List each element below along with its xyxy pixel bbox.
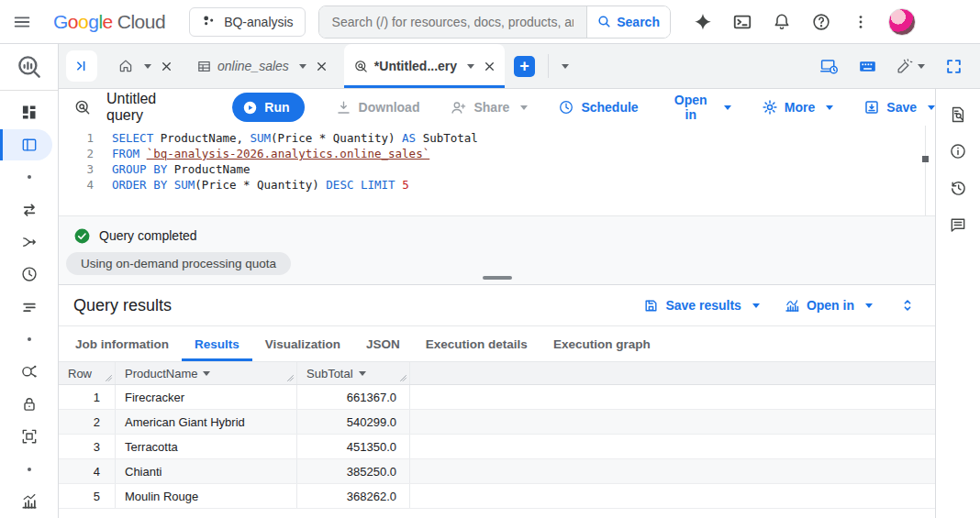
- table-row: 4 Chianti 385250.0: [59, 459, 935, 484]
- tab-visualization[interactable]: Visualization: [252, 326, 353, 361]
- more-options-kebab-icon[interactable]: [845, 6, 876, 38]
- filter-lines-icon[interactable]: [0, 291, 58, 323]
- save-results-button[interactable]: Save results: [643, 298, 760, 314]
- add-tab-button[interactable]: +: [514, 56, 535, 77]
- history-icon[interactable]: [941, 170, 974, 206]
- dot-separator: [0, 161, 58, 193]
- line-number: 4: [59, 177, 94, 193]
- run-button[interactable]: Run: [232, 93, 304, 122]
- tab-home[interactable]: [108, 44, 182, 88]
- menu-icon[interactable]: [0, 12, 44, 32]
- schedule-button[interactable]: Schedule: [558, 99, 638, 116]
- table-reference-link[interactable]: `bq-analysis-2026.analytics.online_sales…: [147, 147, 430, 160]
- query-icon: [353, 59, 369, 74]
- chevron-down-icon: [826, 105, 833, 110]
- lock-icon[interactable]: [0, 388, 58, 420]
- column-resize-handle[interactable]: [399, 374, 407, 382]
- project-selector[interactable]: BQ-analysis: [189, 7, 305, 37]
- chart-icon: [784, 297, 800, 314]
- column-resize-handle[interactable]: [105, 374, 113, 382]
- share-button[interactable]: Share: [450, 99, 528, 116]
- keyboard-icon[interactable]: [853, 52, 881, 80]
- expand-collapse-icon[interactable]: [896, 294, 919, 316]
- row-number-cell: 1: [59, 385, 116, 409]
- crop-frame-icon[interactable]: [0, 421, 58, 453]
- account-avatar[interactable]: [888, 8, 916, 36]
- column-resize-handle[interactable]: [286, 374, 295, 382]
- download-button[interactable]: Download: [335, 99, 420, 116]
- gemini-icon[interactable]: [687, 6, 718, 38]
- swap-arrows-icon[interactable]: [0, 193, 58, 226]
- studio-blocks-icon[interactable]: [0, 96, 58, 128]
- column-menu-caret-icon[interactable]: [203, 371, 210, 376]
- query-editor-header: Untitled query Run Download Share Schedu…: [59, 89, 935, 126]
- tab-job-information[interactable]: Job information: [62, 326, 182, 361]
- search-button[interactable]: Search: [586, 6, 670, 38]
- tab-label: online_sales: [217, 59, 289, 73]
- column-header-subtotal[interactable]: SubTotal: [297, 362, 410, 384]
- more-button[interactable]: More: [762, 99, 833, 116]
- chevron-down-icon: [724, 105, 731, 110]
- help-icon[interactable]: [806, 6, 837, 38]
- bigquery-logo-icon[interactable]: [0, 44, 58, 90]
- code-line: 1 SELECT ProductName, SUM(Price * Quanti…: [59, 130, 935, 146]
- productname-cell: Terracotta: [116, 435, 297, 458]
- close-icon[interactable]: [484, 61, 496, 72]
- cloud-wordmark: Cloud: [117, 11, 165, 33]
- open-in-results-button[interactable]: Open in: [784, 297, 873, 314]
- editor-scrollbar-track: [925, 126, 926, 215]
- sql-code-editor[interactable]: 1 SELECT ProductName, SUM(Price * Quanti…: [59, 126, 935, 215]
- subtotal-cell: 540299.0: [297, 410, 410, 434]
- productname-cell: Moulin Rouge: [116, 484, 297, 508]
- panel-resize-handle[interactable]: [483, 276, 512, 280]
- chevron-down-icon[interactable]: [144, 64, 151, 69]
- tab-execution-graph[interactable]: Execution graph: [540, 326, 663, 361]
- chevron-down-icon[interactable]: [467, 64, 474, 69]
- bar-chart-icon[interactable]: [0, 486, 58, 518]
- top-bar: Google Cloud BQ-analysis Search: [0, 0, 980, 44]
- column-menu-caret-icon[interactable]: [359, 371, 366, 376]
- notifications-bell-icon[interactable]: [766, 6, 797, 38]
- comment-icon[interactable]: [941, 206, 974, 243]
- row-number-cell: 4: [59, 459, 116, 483]
- chevron-down-icon: [520, 105, 528, 110]
- subtotal-cell: 661367.0: [297, 385, 410, 409]
- close-icon[interactable]: [161, 61, 173, 72]
- fullscreen-icon[interactable]: [940, 52, 967, 80]
- chevron-down-icon[interactable]: [299, 64, 306, 69]
- row-number-cell: 3: [59, 435, 116, 458]
- close-icon[interactable]: [316, 61, 328, 72]
- magic-pencil-icon[interactable]: [892, 52, 929, 80]
- chevron-down-icon[interactable]: [918, 64, 925, 69]
- split-panel-icon[interactable]: [0, 128, 58, 160]
- line-number: 2: [59, 146, 94, 161]
- tab-json[interactable]: JSON: [353, 326, 413, 361]
- tab-overflow-chevron-icon[interactable]: [562, 64, 569, 69]
- search-input[interactable]: [319, 6, 586, 38]
- save-button[interactable]: Save: [863, 99, 935, 116]
- clock-icon[interactable]: [0, 259, 58, 291]
- results-table: Row ProductName SubTotal 1 Firecracker: [59, 362, 935, 509]
- branch-arrow-icon[interactable]: [0, 226, 58, 258]
- chevron-down-icon: [928, 105, 935, 110]
- remote-session-icon[interactable]: [815, 52, 842, 80]
- tab-execution-details[interactable]: Execution details: [413, 326, 540, 361]
- query-results-panel: Query results Save results Open in Job i: [59, 284, 935, 518]
- tab-online-sales[interactable]: online_sales: [187, 44, 337, 88]
- chevron-down-icon: [865, 303, 873, 308]
- download-icon: [335, 99, 352, 116]
- dot-separator: [0, 324, 58, 356]
- tab-untitled-query[interactable]: *Untitled...ery: [344, 44, 505, 88]
- open-in-button[interactable]: Open in: [669, 93, 731, 122]
- info-icon[interactable]: [941, 133, 974, 170]
- column-header-productname[interactable]: ProductName: [116, 362, 297, 384]
- cloud-shell-icon[interactable]: [727, 6, 758, 38]
- floppy-save-icon: [643, 298, 659, 314]
- document-search-icon[interactable]: [941, 96, 974, 133]
- share-network-icon[interactable]: [0, 356, 58, 388]
- editor-scrollbar-thumb[interactable]: [922, 156, 929, 162]
- save-icon: [863, 99, 880, 116]
- collapse-panel-icon[interactable]: [66, 50, 97, 82]
- tab-results[interactable]: Results: [182, 326, 252, 361]
- code-line: 4 ORDER BY SUM(Price * Quantity) DESC LI…: [59, 177, 935, 193]
